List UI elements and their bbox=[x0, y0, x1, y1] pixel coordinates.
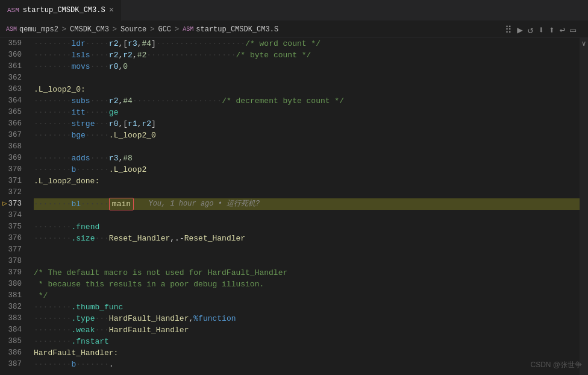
tab-close-button[interactable]: × bbox=[109, 6, 114, 14]
code-line: ········itt·····ge bbox=[34, 107, 580, 118]
code-line: ········.fnstart bbox=[34, 336, 580, 347]
line-number: 380 bbox=[4, 279, 27, 290]
code-line: ········b·······.L_loop2 bbox=[34, 164, 580, 175]
line-number: 371 bbox=[4, 175, 27, 187]
breadcrumb-file-asm-icon: ASM bbox=[183, 26, 193, 33]
code-line bbox=[34, 187, 580, 198]
code-line: ········.weak···HardFault_Handler bbox=[34, 324, 580, 336]
line-number: 372 bbox=[4, 187, 27, 198]
code-line: ········bge·····.L_loop2_0 bbox=[34, 130, 580, 141]
line-number: 375 bbox=[4, 221, 27, 233]
code-line bbox=[34, 210, 580, 221]
line-number: 379 bbox=[4, 267, 27, 279]
code-line bbox=[34, 244, 580, 256]
line-number: 366 bbox=[4, 118, 27, 130]
line-number: 378 bbox=[4, 256, 27, 267]
code-line bbox=[34, 256, 580, 267]
line-number: 360 bbox=[4, 49, 27, 61]
line-number: 377 bbox=[4, 244, 27, 256]
code-line: ········b·······. bbox=[34, 359, 580, 370]
active-tab[interactable]: ASM startup_CMSDK_CM3.S × bbox=[0, 0, 122, 21]
toolbar-refresh-icon[interactable]: ↺ bbox=[528, 24, 534, 36]
line-number: 384 bbox=[4, 324, 27, 336]
code-line bbox=[34, 72, 580, 84]
code-line: ········movs····r0, 0 bbox=[34, 61, 580, 72]
breadcrumb-part-1: CMSDK_CM3 bbox=[70, 25, 109, 34]
breadcrumb-part-3: GCC bbox=[158, 25, 171, 34]
code-line: .L_loop2_0: bbox=[34, 84, 580, 95]
asm-file-icon: ASM bbox=[7, 7, 19, 14]
breadcrumb-part-4: startup_CMSDK_CM3.S bbox=[196, 25, 278, 34]
code-editor[interactable]: ········ldr·····r2, [r3, #4]············… bbox=[31, 38, 580, 375]
code-line: ········strge···r0, [r1, r2] bbox=[34, 118, 580, 130]
tab-bar: ASM startup_CMSDK_CM3.S × bbox=[0, 0, 588, 21]
toolbar-run-icon[interactable]: ▶ bbox=[517, 24, 523, 36]
line-number: 387 bbox=[4, 359, 27, 370]
code-line: ········.fnend bbox=[34, 221, 580, 233]
line-number: 364 bbox=[4, 95, 27, 107]
line-number: 363 bbox=[4, 84, 27, 95]
breadcrumb-part-2: Source bbox=[120, 25, 146, 34]
line-number: 361 bbox=[4, 61, 27, 72]
code-line: ········ldr·····r2, [r3, #4]············… bbox=[34, 38, 580, 49]
editor-container: 3593603613623633643653663673683693703713… bbox=[0, 38, 588, 375]
code-line: /* The default macro is not used for Har… bbox=[34, 267, 580, 279]
code-line: ········subs····r2, #4··················… bbox=[34, 95, 580, 107]
breadcrumb-part-0: qemu_mps2 bbox=[19, 25, 58, 34]
code-line: HardFault_Handler: bbox=[34, 347, 580, 359]
debug-arrow-icon: ▷ bbox=[2, 198, 7, 210]
tab-label: startup_CMSDK_CM3.S bbox=[23, 6, 105, 14]
code-line: ········adds····r3, #8 bbox=[34, 153, 580, 164]
code-line: ········lsls····r2, r2, #2··············… bbox=[34, 49, 580, 61]
code-line: ········bl······main You, 1 hour ago • 运… bbox=[34, 198, 580, 210]
line-number: 382 bbox=[4, 301, 27, 313]
code-line: */ bbox=[34, 290, 580, 301]
line-number: 386 bbox=[4, 347, 27, 359]
scroll-chevron-down[interactable]: ∨ bbox=[581, 39, 586, 48]
code-line: ········.thumb_func bbox=[34, 301, 580, 313]
line-number: ▷373 bbox=[4, 198, 27, 210]
line-number: 383 bbox=[4, 313, 27, 324]
watermark: CSDN @张世争 bbox=[530, 360, 582, 370]
line-number: 362 bbox=[4, 72, 27, 84]
line-number: 365 bbox=[4, 107, 27, 118]
scrollbar[interactable]: ∨ bbox=[580, 38, 588, 375]
line-number: 376 bbox=[4, 233, 27, 244]
line-number: 359 bbox=[4, 38, 27, 49]
line-number: 369 bbox=[4, 153, 27, 164]
toolbar-right: ⠿ ▶ ↺ ⬇ ⬆ ↩ ▭ bbox=[505, 24, 576, 36]
line-number: 385 bbox=[4, 336, 27, 347]
line-numbers-gutter: 3593603613623633643653663673683693703713… bbox=[4, 38, 31, 375]
line-number: 368 bbox=[4, 141, 27, 153]
breadcrumb-asm-icon: ASM bbox=[6, 26, 17, 33]
code-line: .L_loop2_done: bbox=[34, 175, 580, 187]
line-number: 381 bbox=[4, 290, 27, 301]
toolbar-undo-icon[interactable]: ↩ bbox=[560, 24, 566, 36]
code-line: * because this results in a poor debug i… bbox=[34, 279, 580, 290]
toolbar-up-icon[interactable]: ⬆ bbox=[549, 24, 555, 36]
code-line bbox=[34, 141, 580, 153]
line-number: 374 bbox=[4, 210, 27, 221]
line-number: 370 bbox=[4, 164, 27, 175]
toolbar-rect-icon[interactable]: ▭ bbox=[570, 24, 576, 36]
breadcrumb: ASM qemu_mps2 > CMSDK_CM3 > Source > GCC… bbox=[0, 21, 588, 38]
toolbar-grid-icon[interactable]: ⠿ bbox=[505, 24, 512, 36]
toolbar-down-icon[interactable]: ⬇ bbox=[538, 24, 544, 36]
line-number: 367 bbox=[4, 130, 27, 141]
code-line: ········.size···Reset_Handler, . - Reset… bbox=[34, 233, 580, 244]
code-line: ········.type···HardFault_Handler, %func… bbox=[34, 313, 580, 324]
